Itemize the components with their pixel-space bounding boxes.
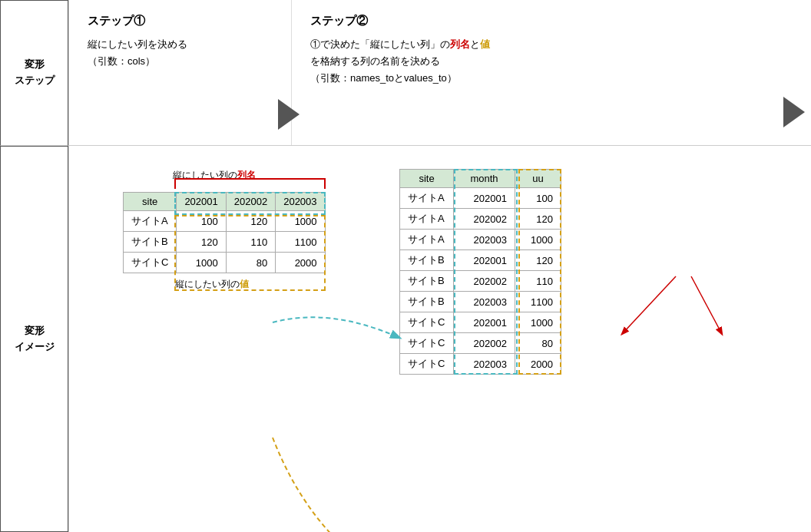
table-row: サイトB 120 110 1100: [124, 232, 326, 253]
cell-val: 110: [226, 232, 275, 253]
right-table-header-month: month: [454, 170, 515, 188]
cell-site: サイトC: [400, 333, 454, 354]
left-table: site 202001 202002 202003 サイトA 100 120 1…: [123, 192, 326, 273]
cell-val: 1000: [177, 253, 226, 273]
left-table-header-202003: 202003: [276, 193, 325, 211]
table-row: サイトC 202001 1000: [400, 312, 561, 333]
cell-site: サイトC: [124, 253, 177, 273]
step2-title: ステップ②: [310, 14, 793, 28]
cell-month: 202003: [454, 292, 515, 312]
left-label-column: 変形 ステップ 変形 イメージ: [0, 0, 69, 532]
step-label: 変形 ステップ: [0, 0, 68, 146]
cell-val: 1000: [276, 211, 325, 232]
right-table-area: site month uu サイトA 202001 100 サイトA: [399, 169, 561, 375]
cell-month: 202003: [454, 354, 515, 375]
left-table-area: 縦にしたい列の列名 site 202001 202002 202003: [123, 192, 326, 291]
cell-val: 120: [177, 232, 226, 253]
cell-month: 202003: [454, 230, 515, 250]
step1-title: ステップ①: [88, 14, 273, 28]
cell-month: 202001: [454, 312, 515, 333]
cell-site: サイトB: [400, 250, 454, 271]
yellow-arrow-path: [273, 438, 530, 532]
cell-val: 80: [226, 253, 275, 273]
cell-uu: 80: [515, 333, 561, 354]
cell-site: サイトA: [400, 188, 454, 209]
table-row: サイトB 202002 110: [400, 271, 561, 292]
cell-site: サイトA: [400, 230, 454, 250]
cell-uu: 1000: [515, 312, 561, 333]
table-row: サイトB 202001 120: [400, 250, 561, 271]
cell-val: 2000: [276, 253, 325, 273]
step2-box: ステップ② ①で決めた「縦にしたい列」の列名と値 を格納する列の名前を決める （…: [292, 0, 811, 145]
cell-uu: 2000: [515, 354, 561, 375]
cell-month: 202001: [454, 188, 515, 209]
cell-val: 120: [226, 211, 275, 232]
page-wrapper: 変形 ステップ 変形 イメージ ステップ① 縦にしたい列を決める （引数：col…: [0, 0, 811, 532]
cell-site: サイトB: [400, 271, 454, 292]
red-bracket: [174, 178, 326, 189]
cell-uu: 120: [515, 209, 561, 230]
table-row: サイトB 202003 1100: [400, 292, 561, 312]
step2-desc: ①で決めた「縦にしたい列」の列名と値 を格納する列の名前を決める （引数：nam…: [310, 36, 793, 87]
cell-uu: 120: [515, 250, 561, 271]
cell-month: 202002: [454, 209, 515, 230]
svg-marker-1: [783, 97, 805, 127]
cell-month: 202002: [454, 333, 515, 354]
cell-uu: 100: [515, 188, 561, 209]
col-val-label: 縦にしたい列の値: [175, 278, 326, 291]
red-arrow-line1: [622, 276, 676, 334]
cell-site: サイトB: [400, 292, 454, 312]
red-arrow-line2: [691, 276, 722, 334]
cell-month: 202001: [454, 250, 515, 271]
right-table-header-uu: uu: [515, 170, 561, 188]
left-table-header-202001: 202001: [177, 193, 226, 211]
cell-site: サイトB: [124, 232, 177, 253]
cell-val: 1100: [276, 232, 325, 253]
cell-month: 202002: [454, 271, 515, 292]
table-row: サイトC 202003 2000: [400, 354, 561, 375]
table-row: サイトC 1000 80 2000: [124, 253, 326, 273]
cell-site: サイトC: [400, 312, 454, 333]
cell-uu: 1000: [515, 230, 561, 250]
cell-uu: 1100: [515, 292, 561, 312]
step1-desc: 縦にしたい列を決める （引数：cols）: [88, 36, 273, 70]
teal-arrow-path: [273, 317, 399, 338]
table-row: サイトA 100 120 1000: [124, 211, 326, 232]
table-row: サイトC 202002 80: [400, 333, 561, 354]
cell-val: 100: [177, 211, 226, 232]
cell-uu: 110: [515, 271, 561, 292]
left-table-header-202002: 202002: [226, 193, 275, 211]
top-section: ステップ① 縦にしたい列を決める （引数：cols） ステップ② ①で決めた「縦…: [69, 0, 811, 146]
cell-site: サイトA: [124, 211, 177, 232]
table-row: サイトA 202003 1000: [400, 230, 561, 250]
table-row: サイトA 202002 120: [400, 209, 561, 230]
step1-box: ステップ① 縦にしたい列を決める （引数：cols）: [69, 0, 292, 145]
table-row: サイトA 202001 100: [400, 188, 561, 209]
right-table: site month uu サイトA 202001 100 サイトA: [399, 169, 561, 375]
cell-site: サイトA: [400, 209, 454, 230]
image-label: 変形 イメージ: [0, 146, 68, 532]
right-table-header-site: site: [400, 170, 454, 188]
step2-arrow-icon: [783, 97, 811, 135]
left-table-header-site: site: [124, 193, 177, 211]
bottom-section: 縦にしたい列の列名 site 202001 202002 202003: [69, 146, 811, 532]
cell-site: サイトC: [400, 354, 454, 375]
right-content: ステップ① 縦にしたい列を決める （引数：cols） ステップ② ①で決めた「縦…: [69, 0, 811, 532]
